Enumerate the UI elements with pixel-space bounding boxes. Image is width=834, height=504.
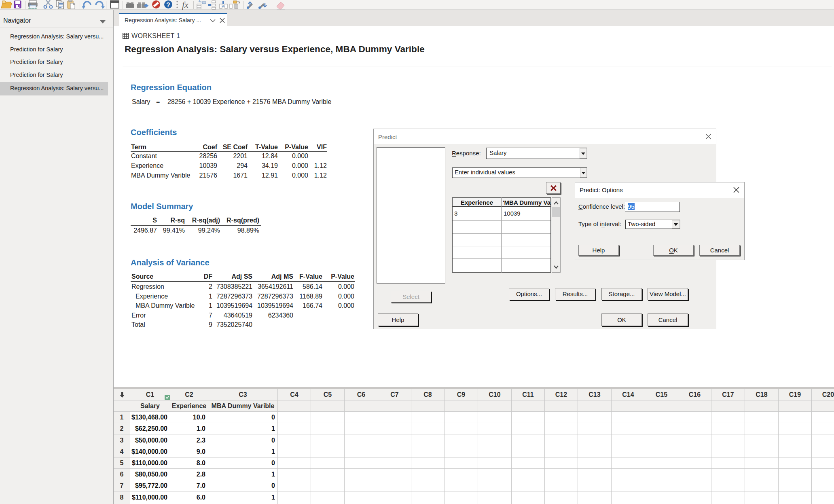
- svg-text:?: ?: [166, 2, 170, 8]
- svg-text:fx: fx: [182, 0, 188, 10]
